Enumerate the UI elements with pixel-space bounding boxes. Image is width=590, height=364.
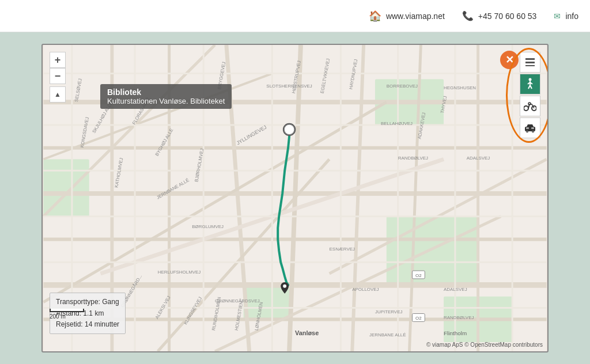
layers-icon (524, 56, 536, 68)
svg-rect-101 (526, 127, 529, 129)
svg-point-84 (284, 124, 294, 135)
website-text: www.viamap.net (386, 12, 445, 21)
svg-point-100 (532, 131, 534, 133)
scale-bar: 200 m (50, 309, 84, 320)
transport-type: Transporttype: Gang (56, 297, 119, 308)
svg-rect-86 (525, 62, 535, 63)
svg-text:RANDBØLVEJ: RANDBØLVEJ (444, 315, 474, 320)
svg-text:ADALSVEJ: ADALSVEJ (467, 156, 490, 161)
scale-label: 200 m (50, 313, 66, 320)
svg-point-97 (528, 103, 531, 105)
info-text: info (565, 12, 578, 21)
svg-text:BELLAHØJVEJ: BELLAHØJVEJ (381, 121, 413, 126)
map-container[interactable]: JYLLINGEVEJ JERNBANE ALLÉ BØRGLUMVEJ HER… (41, 44, 549, 352)
svg-point-99 (526, 131, 528, 133)
svg-point-94 (524, 106, 528, 111)
tooltip-subtitle: Kulturstationen Vanløse. Biblioteket (107, 97, 225, 105)
svg-text:SLOTSHERRENSVEJ: SLOTSHERRENSVEJ (266, 84, 312, 89)
main-content: JYLLINGEVEJ JERNBANE ALLÉ BØRGLUMVEJ HER… (0, 32, 590, 364)
svg-rect-2 (387, 217, 478, 285)
zoom-in-button[interactable]: + (50, 52, 66, 68)
svg-text:Flintholm: Flintholm (444, 330, 467, 336)
svg-line-93 (530, 85, 532, 89)
header: 🏠 www.viamap.net 📞 +45 70 60 60 53 ✉ inf… (0, 0, 590, 32)
close-button[interactable]: ✕ (500, 51, 519, 69)
svg-text:JERNBANE ALLÉ: JERNBANE ALLÉ (369, 332, 406, 338)
bike-icon (524, 101, 536, 111)
zoom-out-button[interactable]: − (50, 68, 66, 84)
car-button[interactable] (520, 117, 540, 138)
phone-icon: 📞 (462, 10, 474, 21)
walk-icon (524, 78, 536, 90)
car-icon (524, 123, 536, 133)
tooltip-title: Bibliotek (107, 88, 225, 97)
walk-button[interactable] (520, 74, 540, 94)
svg-text:ADALSVEJ: ADALSVEJ (444, 287, 467, 292)
website-item: 🏠 www.viamap.net (369, 10, 445, 22)
svg-text:O2: O2 (415, 316, 422, 321)
north-button[interactable]: ▲ (50, 86, 66, 103)
svg-rect-102 (531, 127, 534, 129)
svg-text:HERLUFSHOLMVEJ: HERLUFSHOLMVEJ (158, 270, 201, 275)
map-controls: + − ▲ (50, 52, 66, 103)
email-icon: ✉ (554, 12, 561, 21)
svg-text:BØRGLUMVEJ: BØRGLUMVEJ (192, 224, 224, 229)
svg-text:O2: O2 (415, 273, 422, 278)
svg-text:APOLLOVEJ: APOLLOVEJ (352, 287, 379, 292)
svg-rect-85 (525, 58, 535, 60)
attribution: © viamap ApS © OpenStreetMap contributor… (426, 342, 543, 348)
layers-button[interactable] (520, 52, 540, 73)
phone-item: 📞 +45 70 60 60 53 (462, 10, 537, 21)
svg-point-88 (529, 78, 532, 81)
svg-rect-87 (525, 65, 535, 66)
svg-text:Vanløse: Vanløse (295, 329, 319, 336)
travel-time: Rejsetid: 14 minutter (56, 319, 119, 330)
phone-text: +45 70 60 60 53 (478, 12, 537, 21)
svg-text:JUPITERVEJ: JUPITERVEJ (375, 309, 403, 314)
map-tooltip: Bibliotek Kulturstationen Vanløse. Bibli… (100, 84, 232, 109)
svg-text:ESNÆRVEJ: ESNÆRVEJ (330, 247, 355, 252)
info-item: ✉ info (554, 12, 578, 21)
scale-line (50, 309, 84, 312)
bike-button[interactable] (520, 96, 540, 116)
svg-text:HEGNSHUSEN: HEGNSHUSEN (444, 85, 476, 90)
home-icon: 🏠 (369, 10, 381, 22)
svg-point-83 (283, 285, 286, 288)
transport-controls (520, 52, 540, 138)
svg-text:RANDBØLVEJ: RANDBØLVEJ (398, 156, 428, 161)
svg-text:BORREBOVEJ: BORREBOVEJ (387, 84, 418, 89)
